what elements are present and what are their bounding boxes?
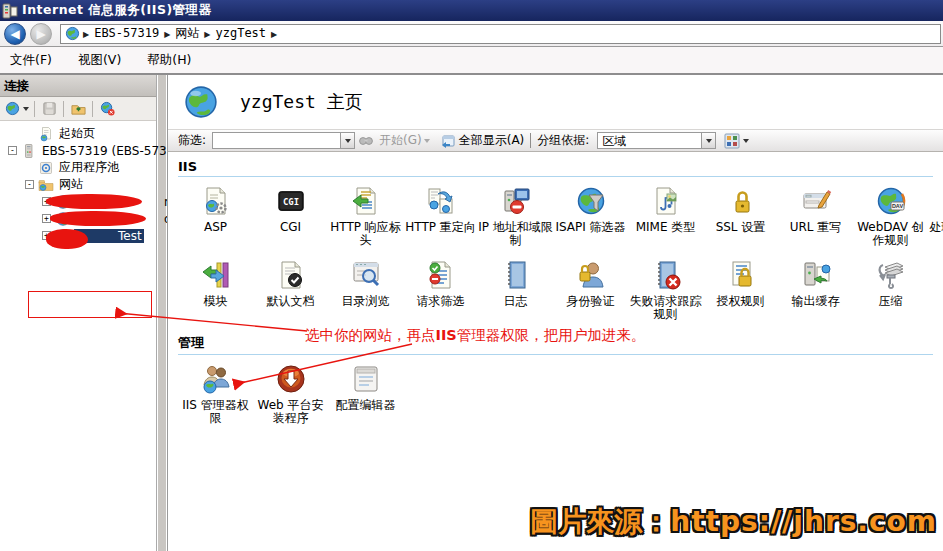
- group-by-dropdown-icon[interactable]: [701, 132, 716, 149]
- show-all-icon: [440, 133, 456, 149]
- redaction-scribble: [46, 229, 88, 249]
- feature-mime[interactable]: MIME 类型: [628, 183, 703, 247]
- breadcrumb-separator-icon: ▶: [271, 30, 277, 39]
- tree-item-ebs-57319-ebs-57319[interactable]: -EBS-57319 (EBS-57319: [0, 142, 156, 159]
- ssl-icon: [725, 185, 757, 217]
- tree-item--[interactable]: -网站: [0, 176, 156, 193]
- features-area: IISASPCGICGIHTTP 响应标头HTTP 重定向IP 地址和域限制IS…: [168, 152, 943, 435]
- view-mode-icon[interactable]: [724, 133, 740, 149]
- group-by-label: 分组依据:: [537, 132, 589, 149]
- delete-connection-icon[interactable]: [98, 100, 116, 118]
- feature-output-cache[interactable]: 输出缓存: [778, 257, 853, 321]
- breadcrumb-segment[interactable]: 网站: [175, 26, 199, 40]
- feature-http-headers[interactable]: HTTP 响应标头: [328, 183, 403, 247]
- feature-label: 处理程序映射: [928, 221, 943, 234]
- feature-isapi-filter[interactable]: ISAPI 筛选器: [553, 183, 628, 247]
- go-button[interactable]: 开始(G): [379, 132, 422, 149]
- default-doc-icon: [275, 259, 307, 291]
- feature-modules[interactable]: 模块: [178, 257, 253, 321]
- feature-label: IIS 管理器权限: [178, 399, 253, 425]
- feature-handler-map[interactable]: 处理程序映射: [928, 183, 943, 247]
- show-all-button[interactable]: 全部显示(A): [459, 132, 525, 149]
- address-bar[interactable]: ▶EBS-57319▶网站▶yzgTest▶: [60, 24, 941, 44]
- breadcrumb[interactable]: ▶EBS-57319▶网站▶yzgTest▶: [80, 25, 280, 42]
- feature-ip-restrict[interactable]: IP 地址和域限制: [478, 183, 553, 247]
- tree-item--[interactable]: 应用程序池: [0, 159, 156, 176]
- page-header: yzgTest 主页: [168, 75, 943, 129]
- back-button[interactable]: ◀: [4, 23, 26, 45]
- feature-authz-rules[interactable]: 授权规则: [703, 257, 778, 321]
- collapse-icon[interactable]: -: [25, 180, 34, 189]
- feature-label: 日志: [478, 295, 553, 308]
- feature-cgi[interactable]: CGICGI: [253, 183, 328, 247]
- feature-label: 请求筛选: [403, 295, 478, 308]
- collapse-icon[interactable]: -: [8, 146, 17, 155]
- go-search-icon: [358, 133, 374, 149]
- create-connection-icon[interactable]: [3, 100, 21, 118]
- feature-label: 授权规则: [703, 295, 778, 308]
- mime-icon: [650, 185, 682, 217]
- feature-auth[interactable]: 身份验证: [553, 257, 628, 321]
- feature-dir-browse[interactable]: 目录浏览: [328, 257, 403, 321]
- feature-logging[interactable]: 日志: [478, 257, 553, 321]
- breadcrumb-segment[interactable]: yzgTest: [216, 26, 267, 40]
- filter-dropdown-icon[interactable]: [340, 132, 355, 149]
- failed-tracing-icon: [650, 259, 682, 291]
- feature-http-redirect[interactable]: HTTP 重定向: [403, 183, 478, 247]
- isapi-filter-icon: [575, 185, 607, 217]
- tree-item--[interactable]: 起始页: [0, 125, 156, 142]
- connection-dropdown-icon[interactable]: [23, 107, 29, 111]
- forward-button[interactable]: ▶: [30, 23, 52, 45]
- go-dropdown-icon[interactable]: [424, 139, 430, 143]
- feature-label: HTTP 响应标头: [328, 221, 403, 247]
- breadcrumb-separator-icon: ▶: [164, 30, 170, 39]
- tree-item-on-c[interactable]: +on.c: [0, 210, 156, 227]
- feature-webdav[interactable]: DAVWebDAV 创作规则: [853, 183, 928, 247]
- tree-item-n-c[interactable]: +n.c: [0, 193, 156, 210]
- watermark: 圖片來源：https://jhrs.com: [530, 503, 937, 541]
- connections-tree: 起始页-EBS-57319 (EBS-57319应用程序池-网站+n.c+on.…: [0, 121, 156, 551]
- feature-iis-perms[interactable]: IIS 管理器权限: [178, 361, 253, 425]
- tree-item-test[interactable]: +Test: [0, 227, 156, 244]
- feature-label: 输出缓存: [778, 295, 853, 308]
- save-icon[interactable]: [40, 100, 58, 118]
- feature-failed-tracing[interactable]: 失败请求跟踪规则: [628, 257, 703, 321]
- feature-label: ISAPI 筛选器: [553, 221, 628, 234]
- url-rewrite-icon: [800, 185, 832, 217]
- feature-asp[interactable]: ASP: [178, 183, 253, 247]
- feature-compression[interactable]: 压缩: [853, 257, 928, 321]
- redaction-scribble: [46, 194, 142, 209]
- feature-config-editor[interactable]: 配置编辑器: [328, 361, 403, 425]
- menu-item-1[interactable]: 视图(V): [78, 52, 121, 69]
- menu-item-2[interactable]: 帮助(H): [147, 52, 191, 69]
- start-page-icon: [38, 126, 54, 142]
- connections-header: 连接: [0, 75, 156, 97]
- output-cache-icon: [800, 259, 832, 291]
- breadcrumb-segment[interactable]: EBS-57319: [94, 26, 159, 40]
- view-mode-dropdown-icon[interactable]: [743, 139, 749, 143]
- feature-label: 身份验证: [553, 295, 628, 308]
- http-redirect-icon: [425, 185, 457, 217]
- feature-url-rewrite[interactable]: URL 重写: [778, 183, 853, 247]
- cgi-icon: CGI: [276, 186, 306, 216]
- feature-label: 配置编辑器: [328, 399, 403, 412]
- feature-label: ASP: [178, 221, 253, 234]
- feature-webpi[interactable]: Web 平台安装程序: [253, 361, 328, 425]
- feature-request-filter[interactable]: 请求筛选: [403, 257, 478, 321]
- group-by-select[interactable]: 区域: [597, 132, 701, 149]
- modules-icon: [200, 259, 232, 291]
- feature-label: 目录浏览: [328, 295, 403, 308]
- watermark-link: https://jhrs.com: [670, 505, 937, 538]
- feature-label: HTTP 重定向: [403, 221, 478, 234]
- menu-item-0[interactable]: 文件(F): [10, 52, 52, 69]
- feature-label: IP 地址和域限制: [478, 221, 553, 247]
- feature-grid: ASPCGICGIHTTP 响应标头HTTP 重定向IP 地址和域限制ISAPI…: [178, 183, 943, 331]
- group-divider: [178, 176, 933, 177]
- logging-icon: [500, 259, 532, 291]
- feature-ssl[interactable]: SSL 设置: [703, 183, 778, 247]
- iis-perms-icon: [200, 363, 232, 395]
- up-folder-icon[interactable]: [69, 100, 87, 118]
- title-bar: Internet 信息服务(IIS)管理器: [0, 0, 943, 21]
- feature-default-doc[interactable]: 默认文档: [253, 257, 328, 321]
- filter-input[interactable]: [212, 132, 340, 149]
